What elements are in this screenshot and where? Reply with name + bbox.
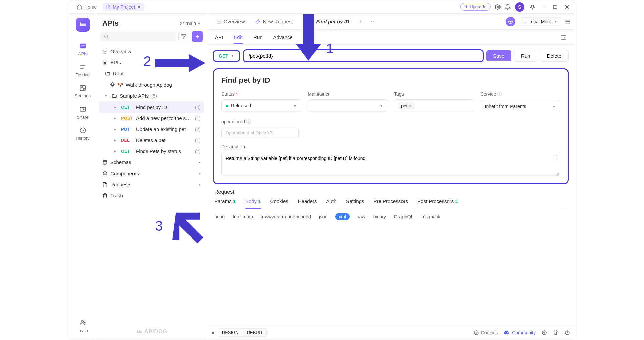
bodytype-xml[interactable]: xml	[335, 213, 350, 220]
project-tab[interactable]: My Project ✕	[103, 3, 144, 11]
expand-icon[interactable]: ⛶	[553, 155, 557, 160]
operationid-input[interactable]	[221, 128, 299, 138]
upload-icon[interactable]	[542, 330, 547, 335]
tree-sample-folder[interactable]: ▾ Sample APIs (5)	[99, 90, 204, 101]
tree-apis-root[interactable]: 96 APIs ▸	[99, 57, 204, 68]
request-title: Request	[214, 189, 567, 195]
bodytype-msgpack[interactable]: msgpack	[421, 214, 440, 219]
help-icon[interactable]	[565, 330, 570, 335]
panel-icon[interactable]	[560, 34, 567, 40]
subtab-run[interactable]: Run	[253, 31, 263, 43]
rail-apis[interactable]: APIs	[69, 39, 96, 59]
maintainer-label: Maintainer	[308, 91, 388, 97]
branch-selector[interactable]: main ▼	[180, 21, 201, 26]
tab-method: GET	[304, 19, 314, 24]
bodytype-xwww[interactable]: x-www-form-urlencoded	[261, 214, 311, 219]
home-icon	[77, 4, 82, 10]
reqtab-params[interactable]: Params1	[214, 198, 236, 205]
menu-icon[interactable]	[565, 19, 571, 25]
svg-rect-2	[554, 5, 557, 9]
tree-schemas[interactable]: Schemas ▸	[99, 157, 204, 168]
tree-components[interactable]: Components ▸	[99, 168, 204, 179]
status-select[interactable]: Released ▼	[221, 99, 301, 112]
tree-requests[interactable]: Requests ▸	[99, 179, 204, 190]
reqtab-auth[interactable]: Auth	[326, 198, 336, 205]
footer-cookies[interactable]: Cookies	[474, 330, 498, 335]
minimize-icon[interactable]	[540, 3, 548, 11]
rail-invite[interactable]: Invite	[69, 316, 96, 336]
pin-icon[interactable]	[528, 3, 536, 11]
mode-design[interactable]: DESIGN	[218, 329, 243, 336]
add-button[interactable]: +	[192, 31, 203, 42]
reqtab-settings[interactable]: Settings	[346, 198, 364, 205]
maximize-icon[interactable]	[552, 3, 559, 11]
filter-icon	[181, 34, 186, 39]
maintainer-select[interactable]: ▼	[308, 99, 388, 112]
filter-button[interactable]	[178, 31, 189, 42]
avatar[interactable]: S	[515, 2, 524, 12]
footer-community[interactable]: Community	[504, 330, 536, 336]
tags-select[interactable]: pet ✕	[394, 99, 474, 112]
tree-endpoint-get-findbystatus[interactable]: ▸ GET Finds Pets by status (2)	[99, 146, 204, 157]
tag-remove-icon[interactable]: ✕	[409, 104, 412, 108]
environment-selector[interactable]: Lo Local Mock ▼	[519, 17, 561, 26]
reqtab-cookies[interactable]: Cookies	[270, 198, 288, 205]
env-quick-btn[interactable]	[506, 17, 515, 26]
method-select[interactable]: GET ▼	[213, 50, 240, 62]
bodytype-graphql[interactable]: GraphQL	[394, 214, 414, 219]
tree-root-folder[interactable]: Root	[99, 68, 204, 79]
reqtab-body[interactable]: Body1	[245, 198, 261, 205]
save-button[interactable]: Save	[486, 50, 511, 61]
tree-endpoint-put-updatepet[interactable]: ▸ PUT Update an existing pet (2)	[99, 124, 204, 135]
bodytype-raw[interactable]: raw	[358, 214, 365, 219]
bell-icon[interactable]	[505, 4, 511, 10]
reqtab-headers[interactable]: Headers	[298, 198, 317, 205]
endpoint-name: Add a new pet to the st…	[136, 115, 192, 121]
tree-endpoint-post-addpet[interactable]: ▸ POST Add a new pet to the st… (1)	[99, 113, 204, 124]
tab-overview[interactable]: Overview	[211, 14, 250, 29]
tree-walkthrough[interactable]: Ⓜ 🐶 Walk through Apidog	[99, 79, 204, 90]
rail-history[interactable]: History	[69, 124, 96, 143]
rail-testing[interactable]: Testing	[69, 60, 96, 80]
tree-trash[interactable]: Trash	[99, 190, 204, 201]
help-icon[interactable]: ⓘ	[246, 119, 251, 124]
service-select[interactable]: Inherit from Parents ▼	[481, 100, 560, 112]
subtab-advanced[interactable]: Advance	[273, 31, 293, 43]
url-input[interactable]	[243, 49, 484, 62]
new-tab-button[interactable]: +	[355, 18, 367, 25]
bodytype-json[interactable]: json	[319, 214, 328, 219]
tab-new-request[interactable]: New Request	[250, 14, 299, 29]
tree-endpoint-get-findpet[interactable]: ▸ GET Find pet by ID (4)	[99, 101, 204, 113]
bodytype-formdata[interactable]: form-data	[233, 214, 253, 219]
close-window-icon[interactable]	[563, 3, 571, 11]
tab-more-button[interactable]: ⋯	[367, 19, 377, 24]
search-input[interactable]	[100, 32, 176, 41]
rail-share[interactable]: Share	[69, 103, 96, 122]
collapse-icon[interactable]: «	[212, 330, 214, 335]
tree-endpoint-del-deletepet[interactable]: ▸ DEL Deletes a pet (1)	[99, 135, 204, 146]
invite-icon	[79, 319, 87, 327]
subtab-api[interactable]: API	[215, 31, 223, 43]
home-button[interactable]: Home	[73, 3, 100, 11]
description-textarea[interactable]	[221, 152, 560, 176]
mode-debug[interactable]: DEBUG	[243, 329, 266, 336]
tab-active-endpoint[interactable]: GET Find pet by ID	[299, 14, 355, 29]
subtab-edit[interactable]: Edit	[234, 31, 243, 43]
rail-settings[interactable]: Settings	[69, 81, 96, 101]
bodytype-none[interactable]: none	[214, 214, 225, 219]
sidebar: APIs main ▼ + Overview	[96, 14, 207, 340]
tree-overview[interactable]: Overview	[99, 46, 204, 57]
endpoint-row: GET ▼ Save Run Delete	[207, 45, 575, 68]
reqtab-post[interactable]: Post Processors1	[417, 198, 458, 205]
bodytype-binary[interactable]: binary	[373, 214, 386, 219]
help-icon[interactable]: ⓘ	[497, 91, 502, 97]
resize-handle-icon[interactable]: ◢	[556, 171, 559, 176]
delete-button[interactable]: Delete	[540, 50, 569, 62]
gear-icon[interactable]	[495, 4, 501, 10]
close-icon[interactable]: ✕	[137, 4, 141, 10]
reqtab-pre[interactable]: Pre Processors	[374, 198, 408, 205]
run-button[interactable]: Run	[514, 50, 537, 62]
app-logo[interactable]	[76, 18, 90, 32]
shirt-icon[interactable]	[553, 330, 558, 335]
upgrade-button[interactable]: ✦ Upgrade	[460, 3, 491, 11]
